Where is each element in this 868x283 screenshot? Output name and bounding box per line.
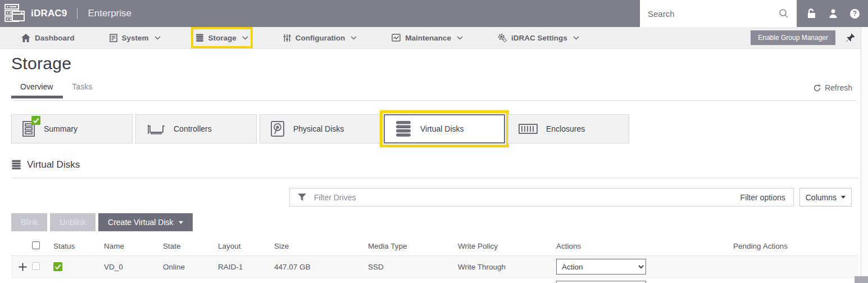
enable-group-manager-button[interactable]: Enable Group Manager: [751, 30, 835, 45]
card-controllers[interactable]: Controllers: [135, 114, 257, 143]
search-icon[interactable]: [779, 8, 789, 19]
card-summary[interactable]: Summary: [11, 114, 133, 143]
content: Storage Overview Tasks Refresh: [0, 54, 868, 283]
table-header-row: Status Name State Layout Size Media Type…: [11, 237, 858, 256]
table-actions-row: Blink Unblink Create Virtual Disk: [11, 213, 868, 231]
virtual-disks-table: Status Name State Layout Size Media Type…: [11, 237, 858, 283]
nav-item-storage[interactable]: Storage: [191, 27, 253, 48]
table-row: DATA Online RAID-6 60798.38 GB SSD Write…: [11, 278, 858, 283]
action-select[interactable]: Action: [556, 259, 646, 275]
virtual-disks-icon: [395, 120, 412, 137]
card-label: Controllers: [174, 124, 212, 133]
card-label: Summary: [44, 124, 78, 133]
create-virtual-disk-button[interactable]: Create Virtual Disk: [98, 213, 192, 231]
nav-items: Dashboard System: [17, 27, 584, 48]
create-virtual-disk-label: Create Virtual Disk: [108, 218, 173, 227]
gear-icon: [498, 33, 507, 42]
cell-media-type: SSD: [368, 263, 458, 271]
expand-row-button[interactable]: [11, 263, 32, 271]
nav-item-dashboard[interactable]: Dashboard: [17, 27, 79, 48]
maintenance-icon: [392, 34, 401, 42]
cell-write-policy: Write Through: [458, 263, 556, 271]
virtual-disks-section-header: Virtual Disks: [11, 159, 858, 178]
nav-right: Enable Group Manager: [751, 27, 868, 48]
chevron-down-icon: [457, 36, 463, 40]
nav-label: Storage: [208, 34, 237, 42]
chevron-down-icon: [154, 36, 161, 40]
col-header-size: Size: [274, 242, 368, 250]
home-icon: [21, 34, 30, 42]
nav-item-idrac-settings[interactable]: iDRAC Settings: [493, 27, 584, 48]
tabs-underline: [11, 100, 857, 101]
filter-row: Filter options Columns: [11, 188, 852, 206]
filter-icon: [298, 194, 306, 201]
brand-edition: Enterprise: [88, 8, 131, 19]
tab-tasks[interactable]: Tasks: [63, 82, 102, 98]
tab-overview[interactable]: Overview: [11, 82, 63, 98]
cell-state: Online: [163, 263, 218, 271]
row-checkbox[interactable]: [32, 262, 40, 270]
refresh-icon: [813, 84, 821, 92]
nav-label: iDRAC Settings: [511, 34, 567, 42]
section-title: Virtual Disks: [27, 159, 80, 170]
columns-dropdown-button[interactable]: Columns: [799, 188, 852, 206]
page-title: Storage: [11, 54, 868, 73]
nav-item-system[interactable]: System: [105, 27, 165, 48]
caret-down-icon: [179, 221, 183, 224]
card-virtual-disks[interactable]: Virtual Disks: [384, 114, 505, 143]
chevron-down-icon: [351, 36, 357, 40]
unlock-icon[interactable]: [806, 8, 816, 19]
physical-disks-icon: [270, 120, 285, 137]
nav-label: Maintenance: [405, 34, 451, 42]
card-label: Physical Disks: [293, 124, 344, 133]
chevron-down-icon: [242, 36, 248, 40]
top-bar: iDRAC9 Enterprise: [0, 0, 868, 27]
cell-layout: RAID-1: [218, 263, 274, 271]
scrollbar-thumb[interactable]: [855, 276, 868, 283]
global-search[interactable]: [640, 0, 797, 27]
idrac-logo-icon: [4, 3, 25, 24]
enclosures-icon: [519, 124, 538, 134]
brand-divider: [77, 8, 78, 19]
filter-drives-input[interactable]: [314, 193, 733, 202]
main-nav: Dashboard System: [0, 27, 868, 49]
table-row: VD_0 Online RAID-1 447.07 GB SSD Write T…: [11, 256, 858, 278]
col-header-actions: Actions: [556, 242, 666, 250]
refresh-button[interactable]: Refresh: [813, 83, 852, 92]
cell-name: VD_0: [104, 263, 163, 271]
vertical-scrollbar[interactable]: [861, 27, 868, 283]
brand-name: iDRAC9: [31, 8, 67, 19]
nav-label: Dashboard: [35, 34, 75, 42]
unblink-button[interactable]: Unblink: [50, 213, 96, 231]
select-all-checkbox[interactable]: [32, 241, 40, 249]
card-enclosures[interactable]: Enclosures: [508, 114, 629, 143]
user-icon[interactable]: [828, 8, 838, 19]
configuration-icon: [283, 34, 291, 42]
nav-item-maintenance[interactable]: Maintenance: [387, 27, 467, 48]
topbar-icon-group: ?: [797, 0, 868, 27]
filter-box[interactable]: Filter options: [289, 188, 794, 206]
col-header-pending-actions: Pending Actions: [666, 242, 858, 250]
storage-icon: [196, 34, 204, 42]
chevron-down-icon: [573, 36, 579, 40]
cell-size: 447.07 GB: [274, 263, 368, 271]
blink-button[interactable]: Blink: [11, 213, 47, 231]
system-icon: [110, 34, 117, 42]
caret-down-icon: [841, 196, 846, 199]
controllers-icon: [146, 122, 165, 136]
storage-cards: Summary Controllers: [11, 114, 868, 143]
nav-label: System: [122, 34, 149, 42]
card-label: Virtual Disks: [420, 124, 464, 133]
col-header-name: Name: [104, 242, 163, 250]
pin-icon[interactable]: [846, 33, 856, 43]
idrac-app: iDRAC9 Enterprise: [0, 0, 868, 283]
nav-item-configuration[interactable]: Configuration: [279, 27, 361, 48]
filter-options-link[interactable]: Filter options: [740, 193, 785, 202]
tabs: Overview Tasks: [11, 82, 852, 98]
help-icon[interactable]: ?: [850, 9, 860, 19]
action-select[interactable]: Action: [556, 281, 646, 283]
summary-icon: [22, 120, 35, 137]
card-physical-disks[interactable]: Physical Disks: [260, 114, 381, 143]
search-input[interactable]: [648, 9, 779, 19]
col-header-state: State: [163, 242, 218, 250]
